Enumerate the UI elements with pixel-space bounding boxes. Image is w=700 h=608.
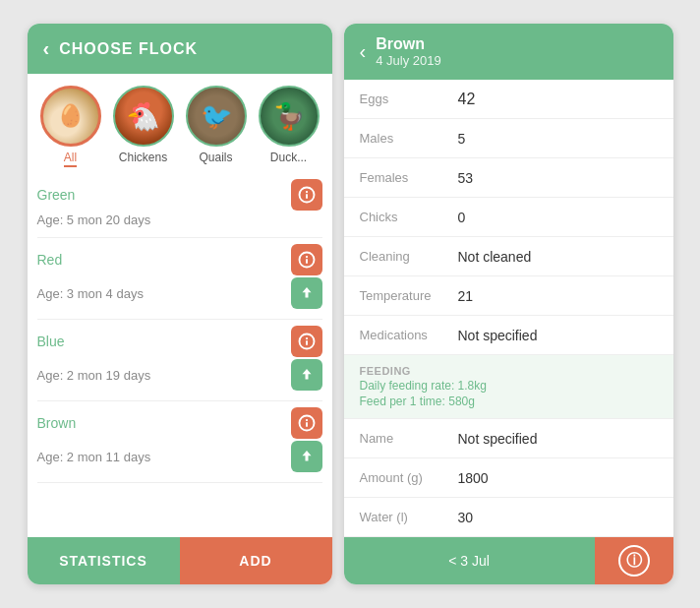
flock-age-brown: Age: 2 mon 11 days bbox=[37, 439, 322, 476]
flock-entry-green: Green Age: 5 mon 20 days bbox=[37, 173, 322, 238]
left-panel: ‹ CHOOSE FLOCK All Chickens Quails Duc bbox=[28, 24, 332, 584]
flock-entry-red: Red Age: 3 mon 4 days bbox=[37, 238, 322, 320]
feeding-daily-rate: Daily feeding rate: 1.8kg bbox=[360, 379, 487, 393]
flock-upload-btn-brown[interactable] bbox=[291, 441, 322, 472]
flock-upload-btn-red[interactable] bbox=[291, 277, 322, 309]
detail-row-cleaning: Cleaning Not cleaned bbox=[344, 237, 673, 276]
flock-name-row-blue: Blue bbox=[37, 326, 322, 357]
flock-age-red: Age: 3 mon 4 days bbox=[37, 275, 322, 313]
flock-type-ducks-image bbox=[259, 86, 320, 147]
left-footer: STATISTICS ADD bbox=[28, 537, 332, 584]
detail-value-males: 5 bbox=[458, 131, 466, 147]
detail-label-temperature: Temperature bbox=[360, 288, 458, 303]
flock-name-green[interactable]: Green bbox=[37, 187, 76, 203]
statistics-button[interactable]: STATISTICS bbox=[28, 537, 180, 584]
flock-name-row-brown: Brown bbox=[37, 407, 322, 439]
right-back-icon[interactable]: ‹ bbox=[360, 40, 367, 63]
right-header-text: Brown 4 July 2019 bbox=[376, 35, 441, 68]
flock-entry-blue: Blue Age: 2 mon 19 days bbox=[37, 320, 322, 401]
flock-type-chickens-label: Chickens bbox=[119, 151, 167, 164]
detail-label-chicks: Chicks bbox=[360, 210, 458, 224]
flock-type-all-label: All bbox=[64, 151, 77, 167]
add-button[interactable]: ADD bbox=[180, 537, 332, 584]
detail-label-medications: Medications bbox=[360, 328, 458, 342]
prev-date-button[interactable]: < 3 Jul bbox=[344, 537, 595, 584]
detail-row-eggs: Eggs 42 bbox=[344, 80, 673, 119]
detail-value-cleaning: Not cleaned bbox=[458, 249, 532, 265]
right-panel: ‹ Brown 4 July 2019 Eggs 42 Males 5 Fema… bbox=[344, 24, 673, 584]
feeding-header-row: FEEDING Daily feeding rate: 1.8kg Feed p… bbox=[344, 355, 673, 419]
detail-row-temperature: Temperature 21 bbox=[344, 276, 673, 316]
flock-name-blue[interactable]: Blue bbox=[37, 334, 65, 349]
flock-type-quails-image bbox=[186, 86, 247, 147]
right-flock-name: Brown bbox=[376, 35, 441, 53]
detail-label-feeding-name: Name bbox=[360, 431, 458, 446]
detail-list: Eggs 42 Males 5 Females 53 Chicks 0 Clea… bbox=[344, 80, 673, 537]
detail-value-medications: Not specified bbox=[458, 328, 538, 343]
flock-type-chickens[interactable]: Chickens bbox=[110, 86, 177, 164]
flock-type-ducks-label: Duck... bbox=[270, 151, 307, 164]
detail-row-females: Females 53 bbox=[344, 158, 673, 198]
flock-info-btn-brown[interactable] bbox=[291, 407, 322, 439]
detail-row-water: Water (l) 30 bbox=[344, 498, 673, 537]
flock-info-btn-red[interactable] bbox=[291, 244, 322, 275]
right-header: ‹ Brown 4 July 2019 bbox=[344, 24, 673, 80]
detail-row-feeding-name: Name Not specified bbox=[344, 419, 673, 458]
flock-age-blue: Age: 2 mon 19 days bbox=[37, 357, 322, 395]
page-title: CHOOSE FLOCK bbox=[59, 40, 198, 58]
flock-age-green: Age: 5 mon 20 days bbox=[37, 211, 322, 231]
detail-label-amount: Amount (g) bbox=[360, 470, 458, 485]
info-circle-icon: ⓘ bbox=[618, 545, 650, 577]
back-icon[interactable]: ‹ bbox=[43, 37, 50, 60]
flock-type-quails[interactable]: Quails bbox=[183, 86, 250, 164]
detail-label-females: Females bbox=[360, 170, 458, 185]
feeding-section-title: FEEDING bbox=[360, 365, 411, 377]
info-circle-button[interactable]: ⓘ bbox=[595, 537, 673, 584]
right-footer: < 3 Jul ⓘ bbox=[344, 537, 673, 584]
detail-label-males: Males bbox=[360, 131, 458, 146]
flock-name-row-red: Red bbox=[37, 244, 322, 275]
flock-name-brown[interactable]: Brown bbox=[37, 415, 77, 431]
flock-upload-btn-blue[interactable] bbox=[291, 359, 322, 391]
left-header: ‹ CHOOSE FLOCK bbox=[28, 24, 332, 74]
flock-list: Green Age: 5 mon 20 days Red bbox=[28, 173, 332, 537]
flock-info-btn-green[interactable] bbox=[291, 179, 322, 211]
detail-row-chicks: Chicks 0 bbox=[344, 198, 673, 237]
flock-type-ducks[interactable]: Duck... bbox=[256, 86, 322, 164]
flock-info-btn-blue[interactable] bbox=[291, 326, 322, 357]
detail-value-temperature: 21 bbox=[458, 288, 474, 304]
detail-value-eggs: 42 bbox=[458, 91, 476, 108]
detail-row-males: Males 5 bbox=[344, 119, 673, 158]
detail-row-amount: Amount (g) 1800 bbox=[344, 458, 673, 498]
flock-name-red[interactable]: Red bbox=[37, 252, 63, 268]
flock-entry-brown: Brown Age: 2 mon 11 days bbox=[37, 401, 322, 483]
detail-value-chicks: 0 bbox=[458, 210, 466, 225]
detail-label-eggs: Eggs bbox=[360, 91, 458, 106]
detail-label-water: Water (l) bbox=[360, 510, 458, 524]
feeding-per-time: Feed per 1 time: 580g bbox=[360, 395, 475, 408]
flock-type-all[interactable]: All bbox=[37, 86, 104, 167]
detail-value-feeding-name: Not specified bbox=[458, 431, 538, 447]
flock-name-row-green: Green bbox=[37, 179, 322, 211]
flock-type-quails-label: Quails bbox=[199, 151, 232, 164]
flock-type-selector: All Chickens Quails Duck... bbox=[28, 74, 332, 167]
flock-type-chickens-image bbox=[113, 86, 174, 147]
detail-value-amount: 1800 bbox=[458, 470, 489, 486]
detail-row-medications: Medications Not specified bbox=[344, 316, 673, 355]
detail-label-cleaning: Cleaning bbox=[360, 249, 458, 264]
flock-type-all-image bbox=[40, 86, 101, 147]
right-flock-date: 4 July 2019 bbox=[376, 53, 441, 68]
detail-value-females: 53 bbox=[458, 170, 474, 186]
detail-value-water: 30 bbox=[458, 510, 474, 525]
